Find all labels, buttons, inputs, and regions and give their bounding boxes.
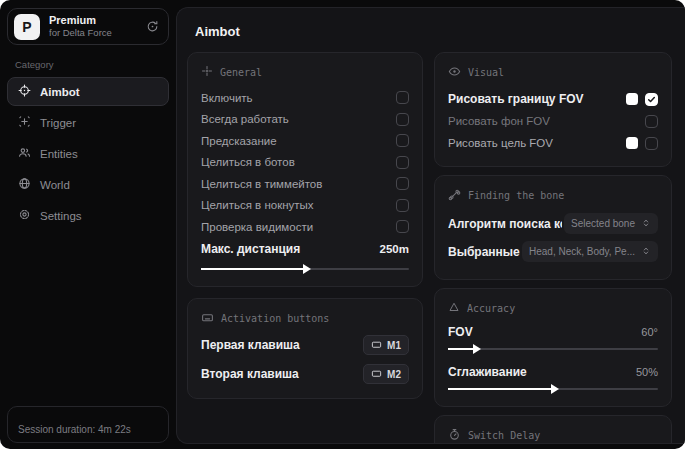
smoothing-row: Сглаживание 50% [448,363,658,381]
sidebar-item-label: Settings [40,210,82,222]
general-panel: General Включить Всегда работать Предска… [187,52,423,287]
fov-background-checkbox[interactable] [645,115,658,128]
activation-buttons-panel: Activation buttons Первая клавиша M1 [187,298,423,399]
first-key-row: Первая клавиша M1 [201,334,409,357]
sidebar-item-label: Aimbot [40,86,80,98]
always-work-checkbox[interactable] [396,113,409,126]
prediction-checkbox[interactable] [396,134,409,147]
sidebar-item-label: Trigger [40,117,76,129]
main-content: Aimbot General [176,7,685,444]
activation-panel-title: Activation buttons [221,313,329,324]
session-duration-box: Session duration: 4m 22s [7,406,169,443]
app-window: P Premium for Delta Force Category Aimbo… [0,0,685,449]
visibility-check-checkbox[interactable] [396,220,409,233]
bone-algorithm-select[interactable]: Selected bone [564,213,658,234]
first-key-button[interactable]: M1 [363,335,409,355]
finding-bone-panel: Finding the bone Алгоритм поиска костей … [434,175,672,280]
category-label: Category [15,59,169,70]
fov-slider[interactable] [448,344,658,354]
visual-panel: Visual Рисовать границу FOV [434,52,672,167]
bone-icon [448,188,461,203]
premium-title: Premium [49,14,112,28]
target-knocked-checkbox[interactable] [396,199,409,212]
fov-value: 60° [641,326,658,338]
max-distance-slider[interactable] [201,264,409,274]
sidebar-item-aimbot[interactable]: Aimbot [7,77,169,106]
sidebar: P Premium for Delta Force Category Aimbo… [0,0,176,449]
switch-delay-panel-title: Switch Delay [468,430,540,441]
sidebar-item-trigger[interactable]: Trigger [7,108,169,137]
fov-background-row: Рисовать фон FOV [448,110,658,132]
fov-border-checkbox[interactable] [645,93,658,106]
fov-target-row: Рисовать цель FOV [448,132,658,154]
key-icon [371,368,382,381]
second-key-row: Вторая клавиша M2 [201,363,409,386]
premium-card[interactable]: P Premium for Delta Force [7,8,169,45]
setting-row-target-knocked: Целиться в нокнутых [201,195,409,217]
settings-icon [18,208,31,223]
setting-row-prediction: Предсказание [201,130,409,152]
bone-algorithm-row: Алгоритм поиска костей Selected bone [448,211,658,236]
max-distance-row: Макс. дистанция 250m [201,238,409,261]
timer-icon [448,428,461,443]
general-icon [201,65,213,79]
selected-bones-select[interactable]: Head, Neck, Body, Pe... [522,241,658,262]
aimbot-icon [18,84,31,99]
fov-target-color-swatch[interactable] [626,137,638,149]
selected-bones-row: Выбранные кости Head, Neck, Body, Pe... [448,239,658,264]
entities-icon [18,146,31,161]
sync-icon[interactable] [146,20,159,33]
world-icon [18,177,31,192]
fov-border-row: Рисовать границу FOV [448,88,658,110]
fov-border-color-swatch[interactable] [626,93,638,105]
bone-panel-title: Finding the bone [468,190,564,201]
target-teammates-checkbox[interactable] [396,177,409,190]
setting-row-target-bots: Целиться в ботов [201,152,409,174]
sidebar-item-label: World [40,179,70,191]
app-logo: P [14,14,40,40]
visual-panel-title: Visual [468,67,504,78]
unfold-icon [641,246,651,258]
smoothing-value: 50% [636,366,658,378]
visual-icon [448,65,461,80]
key-icon [371,339,382,352]
page-title: Aimbot [195,24,671,39]
keyboard-icon [201,311,214,326]
max-distance-value: 250m [380,243,409,255]
trigger-icon [18,115,31,130]
setting-row-visibility-check: Проверка видимости [201,216,409,238]
accuracy-icon [448,301,460,315]
second-key-button[interactable]: M2 [363,364,409,384]
target-bots-checkbox[interactable] [396,156,409,169]
setting-row-always-work: Всегда работать [201,109,409,131]
setting-row-enable: Включить [201,87,409,109]
enable-checkbox[interactable] [396,91,409,104]
accuracy-panel-title: Accuracy [467,303,515,314]
sidebar-item-entities[interactable]: Entities [7,139,169,168]
smoothing-slider[interactable] [448,384,658,394]
session-duration-label: Session duration: 4m 22s [18,424,131,435]
general-panel-title: General [220,67,262,78]
fov-row: FOV 60° [448,323,658,341]
unfold-icon [641,218,651,230]
setting-row-target-teammates: Целиться в тиммейтов [201,173,409,195]
fov-target-checkbox[interactable] [645,137,658,150]
premium-subtitle: for Delta Force [49,27,112,39]
sidebar-item-settings[interactable]: Settings [7,201,169,230]
accuracy-panel: Accuracy FOV 60° Сглаживание 50% [434,288,672,407]
sidebar-item-label: Entities [40,148,78,160]
switch-delay-panel: Switch Delay Задержка переключения Задер… [434,415,672,444]
sidebar-item-world[interactable]: World [7,170,169,199]
